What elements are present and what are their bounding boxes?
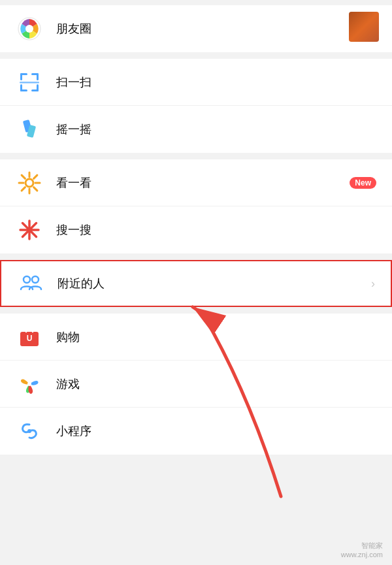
svg-point-13 bbox=[25, 179, 33, 187]
svg-point-31 bbox=[27, 382, 31, 386]
svg-point-27 bbox=[24, 276, 30, 283]
svg-rect-3 bbox=[20, 73, 22, 80]
nearby-icon bbox=[17, 270, 44, 297]
game-icon bbox=[16, 370, 43, 398]
watermark-line1: 智能家 bbox=[341, 541, 383, 551]
section-shop-game-mini: U 购物 游戏 小程序 bbox=[0, 314, 392, 455]
svg-line-21 bbox=[22, 187, 25, 190]
svg-point-1 bbox=[25, 25, 33, 33]
section-nearby: 附近的人 › bbox=[0, 260, 392, 307]
svg-point-26 bbox=[27, 227, 32, 233]
menu-item-scan[interactable]: 扫一扫 bbox=[0, 59, 392, 106]
svg-point-32 bbox=[27, 429, 31, 433]
shop-icon: U bbox=[16, 323, 43, 351]
new-badge: New bbox=[350, 177, 376, 189]
scan-icon bbox=[16, 69, 43, 96]
watermark-line2: www.znj.com bbox=[341, 551, 383, 558]
look-icon bbox=[16, 169, 43, 197]
svg-rect-5 bbox=[37, 73, 39, 80]
friends-circle-label: 朋友圈 bbox=[56, 21, 376, 37]
svg-point-28 bbox=[32, 276, 39, 283]
menu-item-look[interactable]: 看一看 New bbox=[0, 159, 392, 206]
profile-thumbnail bbox=[349, 12, 379, 42]
menu-item-shake[interactable]: 摇一摇 bbox=[0, 106, 392, 153]
nearby-chevron: › bbox=[371, 277, 375, 291]
scan-label: 扫一扫 bbox=[56, 74, 376, 90]
section-look-search: 看一看 New 搜一搜 bbox=[0, 159, 392, 253]
menu-item-shop[interactable]: U 购物 bbox=[0, 314, 392, 361]
menu-item-search[interactable]: 搜一搜 bbox=[0, 206, 392, 253]
search-label: 搜一搜 bbox=[56, 222, 376, 238]
svg-line-20 bbox=[34, 175, 37, 178]
mini-icon bbox=[16, 417, 43, 445]
look-label: 看一看 bbox=[56, 175, 343, 191]
svg-line-19 bbox=[34, 187, 37, 190]
menu-item-mini[interactable]: 小程序 bbox=[0, 408, 392, 455]
svg-rect-10 bbox=[20, 82, 39, 84]
menu-item-nearby[interactable]: 附近的人 › bbox=[0, 260, 392, 307]
shake-icon bbox=[16, 116, 43, 143]
mini-label: 小程序 bbox=[56, 423, 376, 439]
shop-label: 购物 bbox=[56, 329, 376, 345]
section-scan-shake: 扫一扫 摇一摇 bbox=[0, 59, 392, 153]
svg-text:U: U bbox=[27, 334, 33, 343]
menu-item-game[interactable]: 游戏 bbox=[0, 361, 392, 408]
svg-rect-7 bbox=[20, 84, 22, 91]
nearby-label: 附近的人 bbox=[57, 276, 371, 291]
shake-label: 摇一摇 bbox=[56, 121, 376, 137]
svg-line-18 bbox=[22, 175, 25, 178]
svg-rect-9 bbox=[37, 84, 39, 91]
section-friends-circle: 朋友圈 bbox=[0, 5, 392, 52]
search-icon bbox=[16, 216, 43, 244]
watermark: 智能家 www.znj.com bbox=[341, 541, 383, 558]
friends-circle-icon bbox=[16, 15, 43, 42]
game-label: 游戏 bbox=[56, 376, 376, 392]
menu-item-friends-circle[interactable]: 朋友圈 bbox=[0, 5, 392, 52]
